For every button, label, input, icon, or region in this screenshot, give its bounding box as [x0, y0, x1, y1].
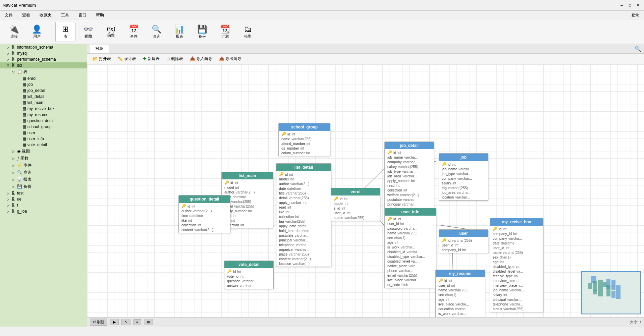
sidebar-item-g-loa[interactable]: ▷ 🗄 g_loa	[0, 208, 87, 214]
toolbar-backup[interactable]: 💾 备份	[192, 22, 212, 42]
er-field: read int	[385, 183, 434, 188]
er-table-body-school-group: 🔑id int name varchar(255) attend_number …	[279, 131, 330, 156]
sidebar-item-my-recive-box[interactable]: ▷ ▦ my_recive_box	[0, 106, 87, 112]
er-field: 🔑id int	[222, 180, 273, 185]
er-field: principal varchar...	[385, 202, 434, 207]
er-field: welfare varchar(2...)	[385, 192, 434, 197]
er-field: status varchar(255)	[490, 306, 543, 311]
layout-button[interactable]: ≡	[133, 319, 141, 325]
sidebar-item-ue[interactable]: ▷ 🗄 ue	[0, 196, 87, 202]
er-field: telephone varcha...	[276, 242, 331, 247]
er-field: qs_number int	[279, 146, 330, 151]
db-icon: 🗄	[12, 197, 16, 202]
er-table-list-detail[interactable]: list_detail 🔑id int model int author var…	[276, 163, 331, 267]
close-button[interactable]: ✕	[635, 2, 641, 9]
er-field: company varcha...	[490, 236, 543, 241]
sidebar-item-user[interactable]: ▷ ▦ user	[0, 130, 87, 136]
toolbar-view[interactable]: 👓 视图	[78, 22, 98, 42]
design-table-button[interactable]: ✏️ 设计表	[115, 55, 139, 63]
er-table-user-info[interactable]: user_info 🔑id int user_id int password v…	[384, 208, 436, 288]
user-icon: 👤	[32, 25, 42, 33]
sidebar-item-views[interactable]: ▷ ◉ 视图	[0, 148, 87, 155]
sidebar-item-test[interactable]: ▷ 🗄 test	[0, 190, 87, 196]
sidebar-item-scl[interactable]: ▽ 🗄 scl	[0, 62, 87, 68]
er-field: 🔑id int	[490, 226, 543, 231]
sidebar-item-school-group[interactable]: ▷ ▦ school_group	[0, 124, 87, 130]
sidebar-item-list-main[interactable]: ▷ ▦ list_main	[0, 100, 87, 106]
sidebar-item-my-resume[interactable]: ▷ ▦ my_resume	[0, 112, 87, 118]
er-table-user[interactable]: user 🔑id varchar(255) user_id int compan…	[439, 229, 488, 253]
er-field: email varchar(255)	[385, 273, 436, 278]
menu-help[interactable]: 帮助	[94, 12, 106, 19]
er-field: place varchar(255)	[276, 252, 331, 257]
toolbar-model[interactable]: 🗂 模型	[238, 22, 258, 42]
search-icon[interactable]: 🔍	[635, 46, 641, 52]
sidebar-item-list-detail[interactable]: ▷ ▦ list_detail	[0, 94, 87, 100]
toolbar-schedule-label: 计划	[221, 34, 229, 39]
menu-tools[interactable]: 工具	[59, 12, 71, 19]
menu-file[interactable]: 文件	[3, 12, 15, 19]
er-table-job[interactable]: job 🔑id int job_name varcha... job_type …	[439, 153, 488, 201]
export-wizard-button[interactable]: 📤 导出向导	[216, 55, 244, 63]
menu-view[interactable]: 查看	[20, 12, 32, 19]
er-table-header-job-detail: job_detail	[385, 142, 434, 149]
delete-table-button[interactable]: ⊖ 删除表	[164, 55, 186, 63]
toolbar-report[interactable]: 📊 报表	[169, 22, 190, 42]
er-field: location varchar(...)	[276, 261, 331, 266]
sidebar-item-user-info[interactable]: ▷ ▦ user_info	[0, 136, 87, 142]
toolbar-func[interactable]: f(x) 函数	[101, 22, 121, 42]
sidebar-item-vote-detail[interactable]: ▷ ▦ vote_detail	[0, 142, 87, 148]
tab-object[interactable]: 对象	[90, 45, 109, 53]
sidebar-item-functions[interactable]: ▷ ƒ 函数	[0, 155, 87, 162]
sidebar-item-backups[interactable]: ▷ 💾 备份	[0, 183, 87, 190]
cursor-button[interactable]: ↖	[121, 319, 130, 325]
er-table-vote-detail[interactable]: vote_detail 🔑id int vote_id int question…	[224, 261, 274, 289]
open-table-button[interactable]: 📂 打开表	[90, 55, 114, 63]
er-table-my-recive-box[interactable]: my_recive_box 🔑id int company_id int com…	[490, 218, 543, 312]
er-field: content varchar(2...)	[276, 257, 331, 261]
sidebar-item-question-detail[interactable]: ▷ ▦ question_detail	[0, 118, 87, 124]
login-button[interactable]: 登录	[629, 12, 641, 19]
sidebar-item-tables[interactable]: ▽ 📋 表	[0, 68, 87, 75]
toolbar-connect[interactable]: 🔌 连接	[4, 22, 24, 42]
er-field: 🔑id int	[439, 162, 488, 167]
run-button[interactable]: ▶	[110, 319, 119, 325]
toolbar-event[interactable]: 📅 事件	[124, 22, 144, 42]
toolbar-query[interactable]: 🔍 查询	[147, 22, 167, 42]
er-field: sex char(1)	[436, 292, 485, 297]
sidebar-item-information-schema[interactable]: ▷ 🗄 information_schema	[0, 44, 87, 50]
sidebar-item-mysql[interactable]: ▷ 🗄 mysql	[0, 50, 87, 56]
sidebar-item-reports[interactable]: ▷ 📊 报表	[0, 176, 87, 183]
minimize-button[interactable]: ─	[619, 2, 625, 9]
er-table-enrol[interactable]: enrol 🔑id int model int s_id int user_id…	[331, 188, 380, 221]
import-wizard-button[interactable]: 📥 导入向导	[187, 55, 215, 63]
menu-window[interactable]: 窗口	[76, 12, 89, 19]
sidebar-item-job-detail[interactable]: ▷ ▦ job_detail	[0, 88, 87, 94]
sidebar-item-performance-schema[interactable]: ▷ 🗄 performance_schema	[0, 56, 87, 62]
er-table-my-resume[interactable]: my_resume 🔑id int user_id int name varch…	[435, 270, 485, 317]
toolbar-table[interactable]: ⊞ 表	[55, 22, 75, 42]
query-icon: 🔍	[152, 25, 162, 33]
maximize-button[interactable]: □	[627, 2, 633, 9]
toolbar-schedule[interactable]: 📆 计划	[215, 22, 235, 42]
sidebar-item-queries[interactable]: ▷ 🔍 查询	[0, 169, 87, 176]
er-field: principal varchar...	[490, 297, 543, 302]
er-canvas[interactable]: school_group 🔑id int name varchar(255) a…	[87, 64, 644, 317]
menu-favorites[interactable]: 收藏夹	[38, 12, 54, 19]
er-table-job-detail[interactable]: job_detail 🔑id int job_name varcha... co…	[384, 142, 434, 217]
er-table-question-detail[interactable]: question_detail 🔑id int author varchar(2…	[178, 195, 230, 233]
new-table-button[interactable]: ✚ 新建表	[140, 55, 162, 63]
sidebar-item-events[interactable]: ▷ ⚡ 事件	[0, 162, 87, 169]
sidebar-item-enrol[interactable]: ▷ ▦ enrol	[0, 75, 87, 81]
backups-icon: 💾	[17, 184, 22, 189]
db-icon: 🗄	[12, 45, 16, 50]
sidebar-item-job[interactable]: ▷ ▦ job	[0, 81, 87, 88]
toolbar-user[interactable]: 👤 用户	[27, 22, 47, 42]
er-field: user_id int	[490, 245, 543, 250]
er-field: disabled_type varchar...	[385, 254, 436, 259]
sidebar-item-t[interactable]: ▷ 🗄 t	[0, 202, 87, 208]
er-table-school-group[interactable]: school_group 🔑id int name varchar(255) a…	[278, 123, 330, 156]
grid-button[interactable]: ⊞	[144, 319, 153, 325]
view-icon: 👓	[83, 25, 93, 33]
refresh-button[interactable]: ↺ 刷新	[90, 319, 107, 326]
